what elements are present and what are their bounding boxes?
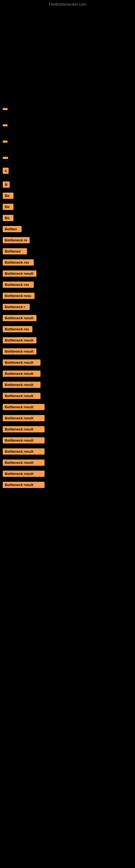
bottleneck-result-item: Bottleneck result — [3, 404, 45, 410]
bottleneck-result-item: Bottleneck result — [3, 348, 37, 354]
bottleneck-result-item: B — [3, 182, 10, 188]
bottleneck-result-item: Bo — [3, 215, 13, 221]
bottleneck-result-item: Bottleneck result — [3, 393, 41, 399]
bottleneck-result-item: Bottleneck res — [3, 259, 34, 266]
site-title: TheBottlenecker.com — [0, 0, 135, 8]
bottleneck-result-item: Bottleneck result — [3, 471, 45, 477]
bottleneck-result-item: Bottleneck result — [3, 437, 45, 443]
bottleneck-result-item: Bottlenec — [3, 248, 27, 254]
bottleneck-result-item: Bottleneck res — [3, 282, 34, 288]
bottleneck-result-item — [3, 141, 8, 143]
bottleneck-result-item: Bottleneck result — [3, 315, 37, 321]
bottleneck-result-item — [3, 157, 8, 159]
bottleneck-result-item: Bottleneck re — [3, 237, 30, 243]
content-area: sBBoBoBoBottlenBottleneck reBottlenecBot… — [0, 8, 135, 496]
bottleneck-result-item: Bottleneck result — [3, 415, 45, 421]
bottleneck-result-item: s — [3, 167, 9, 174]
bottleneck-result-item: Bottleneck result — [3, 271, 37, 277]
bottleneck-result-item: Bottleneck res — [3, 326, 32, 332]
bottleneck-result-item — [3, 108, 8, 110]
bottleneck-result-item: Bottleneck result — [3, 426, 45, 432]
bottleneck-result-item: Bottleneck r — [3, 304, 30, 310]
bottleneck-result-item: Bottleneck result — [3, 382, 41, 388]
bottleneck-result-item: Bottleneck result — [3, 360, 41, 366]
bottleneck-result-item: Bottlen — [3, 226, 21, 232]
bottleneck-result-item: Bo — [3, 193, 13, 199]
bottleneck-result-item: Bottleneck resu — [3, 293, 35, 299]
bottleneck-result-item: Bottleneck result — [3, 482, 45, 488]
bottleneck-result-item — [3, 124, 8, 126]
bottleneck-result-item: Bottleneck result — [3, 448, 45, 455]
bottleneck-result-item: Bo — [3, 204, 13, 210]
bottleneck-result-item: Bottleneck result — [3, 337, 37, 343]
bottleneck-result-item: Bottleneck result — [3, 460, 45, 466]
bottleneck-result-item: Bottleneck result — [3, 371, 41, 377]
